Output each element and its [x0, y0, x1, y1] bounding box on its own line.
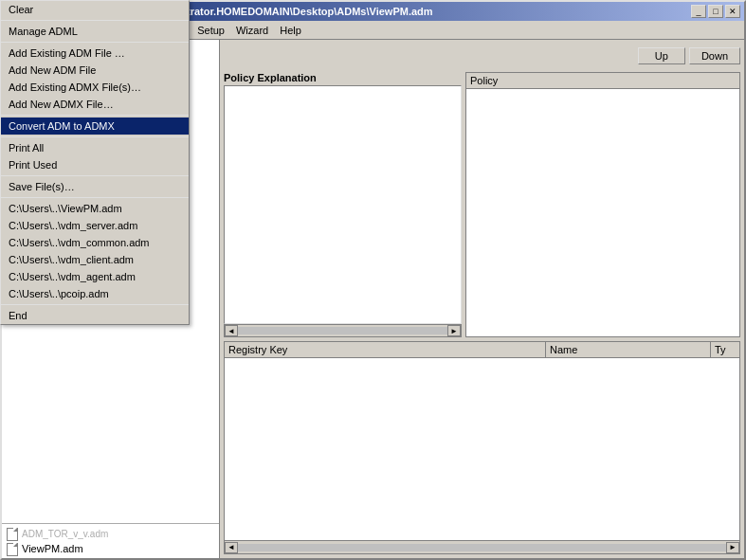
- menu-print-used[interactable]: Print Used: [2, 156, 189, 173]
- policy-explanation-body: [224, 85, 462, 324]
- tree-item-viewpm-label: ViewPM.adm: [22, 543, 83, 554]
- menu-recent-vdm-common[interactable]: C:\Users\..\vdm_common.adm: [2, 234, 189, 251]
- registry-col-key: Registry Key: [225, 342, 546, 357]
- scroll-left-btn[interactable]: ◄: [225, 325, 238, 336]
- policy-area: Policy Explanation ◄ ► Policy: [224, 72, 740, 337]
- maximize-button[interactable]: □: [708, 5, 723, 18]
- policy-explanation-label: Policy Explanation: [224, 72, 462, 83]
- tree-item-viewpm[interactable]: ViewPM.adm: [4, 541, 217, 556]
- tree-item-adm[interactable]: ADM_TOR_v_v.adm: [4, 526, 217, 541]
- registry-col-type: Ty: [711, 342, 739, 357]
- registry-scroll-right[interactable]: ►: [726, 542, 739, 553]
- registry-area: Registry Key Name Ty ◄ ►: [224, 341, 740, 554]
- main-window: 📋 Policy Builder - C:\Users\administrato…: [0, 0, 746, 560]
- tree-bottom-area: ADM_TOR_v_v.adm ViewPM.adm: [2, 523, 219, 558]
- policy-panel-section: Policy: [465, 72, 740, 337]
- policy-explanation-section: Policy Explanation ◄ ►: [224, 72, 462, 337]
- minimize-button[interactable]: _: [691, 5, 706, 18]
- menu-add-new-admx[interactable]: Add New ADMX File…: [2, 96, 189, 113]
- menu-help[interactable]: Help: [274, 23, 307, 38]
- separator-3: [2, 115, 189, 116]
- registry-scroll-track[interactable]: [238, 544, 726, 551]
- separator-4: [2, 136, 189, 137]
- registry-scroll-left[interactable]: ◄: [225, 542, 238, 553]
- registry-header: Registry Key Name Ty: [224, 341, 740, 358]
- menu-add-new-adm[interactable]: Add New ADM File: [2, 62, 189, 79]
- registry-col-name: Name: [546, 342, 711, 357]
- policy-list-header: Policy: [465, 72, 740, 89]
- separator-2: [2, 42, 189, 43]
- scroll-track[interactable]: [238, 327, 447, 334]
- menu-recent-vdm-server[interactable]: C:\Users\..\vdm_server.adm: [2, 217, 189, 234]
- menu-wizard[interactable]: Wizard: [230, 23, 274, 38]
- tree-item-adm-label: ADM_TOR_v_v.adm: [22, 529, 108, 539]
- menu-end[interactable]: End: [2, 307, 189, 324]
- right-panel: Up Down Policy Explanation ◄ ► Policy: [220, 40, 744, 558]
- file-icon-viewpm: [6, 542, 19, 555]
- registry-scrollbar[interactable]: ◄ ►: [224, 541, 740, 554]
- separator-6: [2, 197, 189, 198]
- policy-list-body: [465, 89, 740, 337]
- close-button[interactable]: ✕: [725, 5, 740, 18]
- scroll-right-btn[interactable]: ►: [447, 325, 461, 336]
- menu-print-all[interactable]: Print All: [2, 139, 189, 156]
- registry-body: [224, 358, 740, 541]
- menu-save-files[interactable]: Save File(s)…: [2, 178, 189, 195]
- file-icon-adm: [6, 527, 19, 540]
- up-button[interactable]: Up: [638, 47, 685, 64]
- menu-setup[interactable]: Setup: [191, 23, 230, 38]
- file-dropdown-menu: Clear Manage ADML Add Existing ADM File …: [2, 40, 190, 325]
- menu-add-existing-admx[interactable]: Add Existing ADMX File(s)…: [2, 79, 189, 96]
- separator-7: [2, 304, 189, 305]
- menu-recent-vdm-client[interactable]: C:\Users\..\vdm_client.adm: [2, 251, 189, 268]
- layout-wrapper: ADM_TOR_v_v.adm ViewPM.adm Up Down Polic…: [2, 40, 744, 558]
- toolbar-row: Up Down: [224, 44, 740, 68]
- down-button[interactable]: Down: [689, 47, 740, 64]
- menu-convert-adm-admx[interactable]: Convert ADM to ADMX: [2, 117, 189, 135]
- menu-recent-pcoip[interactable]: C:\Users\..\pcoip.adm: [2, 285, 189, 302]
- title-controls: _ □ ✕: [691, 5, 740, 18]
- policy-explanation-scrollbar[interactable]: ◄ ►: [224, 324, 462, 337]
- menu-add-existing-adm[interactable]: Add Existing ADM File …: [2, 45, 189, 62]
- menu-recent-vdm-agent[interactable]: C:\Users\..\vdm_agent.adm: [2, 268, 189, 285]
- menu-recent-viewpm[interactable]: C:\Users\..\ViewPM.adm: [2, 200, 189, 217]
- separator-5: [2, 175, 189, 176]
